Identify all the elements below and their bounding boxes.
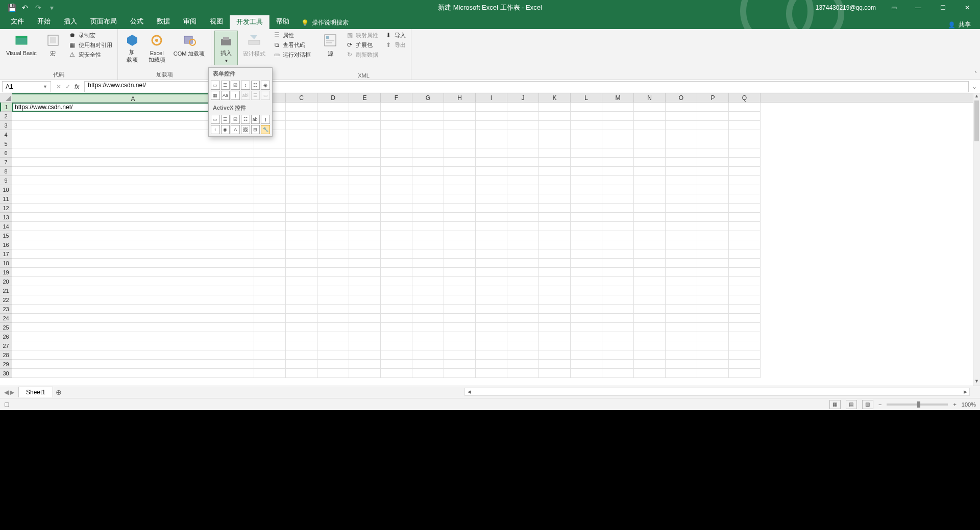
row-header-24[interactable]: 24 [0, 314, 12, 323]
cell-C7[interactable] [286, 158, 317, 167]
column-header-K[interactable]: K [539, 93, 571, 102]
cell-K5[interactable] [539, 139, 571, 148]
cell-D17[interactable] [317, 249, 349, 259]
form-spinner-icon[interactable]: ↕ [241, 81, 250, 90]
cell-J23[interactable] [507, 305, 539, 314]
cell-I1[interactable] [476, 103, 507, 112]
cell-L5[interactable] [571, 139, 602, 148]
cell-M13[interactable] [602, 213, 634, 222]
cell-L13[interactable] [571, 213, 602, 222]
cell-O28[interactable] [666, 350, 697, 360]
cell-C21[interactable] [286, 286, 317, 295]
cell-L23[interactable] [571, 305, 602, 314]
cell-F29[interactable] [381, 360, 412, 369]
select-all-button[interactable] [0, 93, 12, 103]
cell-F11[interactable] [381, 194, 412, 204]
cell-E1[interactable] [349, 103, 381, 112]
cell-G15[interactable] [412, 231, 444, 240]
cell-Q7[interactable] [729, 158, 761, 167]
cell-N7[interactable] [634, 158, 666, 167]
cell-J26[interactable] [507, 332, 539, 341]
cell-Q24[interactable] [729, 314, 761, 323]
cell-N22[interactable] [634, 295, 666, 305]
column-header-F[interactable]: F [381, 93, 412, 102]
cell-C25[interactable] [286, 323, 317, 332]
cell-C2[interactable] [286, 112, 317, 121]
cell-D23[interactable] [317, 305, 349, 314]
ax-more-controls-icon[interactable]: 🔧 [261, 125, 270, 134]
cell-G7[interactable] [412, 158, 444, 167]
cell-M17[interactable] [602, 249, 634, 259]
cell-O27[interactable] [666, 341, 697, 350]
row-header-11[interactable]: 11 [0, 194, 12, 204]
cell-K29[interactable] [539, 360, 571, 369]
cell-Q1[interactable] [729, 103, 761, 112]
cell-Q21[interactable] [729, 286, 761, 295]
cell-O8[interactable] [666, 167, 697, 176]
cell-M25[interactable] [602, 323, 634, 332]
row-header-5[interactable]: 5 [0, 139, 12, 148]
row-header-22[interactable]: 22 [0, 295, 12, 305]
cell-K13[interactable] [539, 213, 571, 222]
tab-view[interactable]: 视图 [203, 14, 230, 29]
cell-L1[interactable] [571, 103, 602, 112]
cell-G19[interactable] [412, 268, 444, 277]
cell-D30[interactable] [317, 369, 349, 378]
cell-O10[interactable] [666, 185, 697, 194]
row-header-3[interactable]: 3 [0, 121, 12, 130]
cell-A14[interactable] [12, 222, 254, 231]
cell-J6[interactable] [507, 148, 539, 158]
cell-C27[interactable] [286, 341, 317, 350]
ax-spinbutton-icon[interactable]: ↕ [211, 125, 220, 134]
cell-B18[interactable] [254, 259, 286, 268]
cell-L22[interactable] [571, 295, 602, 305]
tab-review[interactable]: 审阅 [177, 14, 203, 29]
cell-G29[interactable] [412, 360, 444, 369]
cell-F3[interactable] [381, 121, 412, 130]
cell-I15[interactable] [476, 231, 507, 240]
cell-E23[interactable] [349, 305, 381, 314]
row-header-23[interactable]: 23 [0, 305, 12, 314]
cell-A11[interactable] [12, 194, 254, 204]
cell-G9[interactable] [412, 176, 444, 185]
cell-E3[interactable] [349, 121, 381, 130]
cell-N20[interactable] [634, 277, 666, 286]
row-header-13[interactable]: 13 [0, 213, 12, 222]
cell-E21[interactable] [349, 286, 381, 295]
cell-I18[interactable] [476, 259, 507, 268]
cell-C22[interactable] [286, 295, 317, 305]
expansion-packs-button[interactable]: ⟳扩展包 [344, 40, 380, 49]
cell-C15[interactable] [286, 231, 317, 240]
cell-I7[interactable] [476, 158, 507, 167]
cell-M28[interactable] [602, 350, 634, 360]
cell-H6[interactable] [444, 148, 476, 158]
cell-C6[interactable] [286, 148, 317, 158]
cell-H19[interactable] [444, 268, 476, 277]
cell-L14[interactable] [571, 222, 602, 231]
cell-K7[interactable] [539, 158, 571, 167]
row-header-6[interactable]: 6 [0, 148, 12, 158]
cell-M7[interactable] [602, 158, 634, 167]
cell-E4[interactable] [349, 130, 381, 139]
row-header-26[interactable]: 26 [0, 332, 12, 341]
cell-M9[interactable] [602, 176, 634, 185]
cell-F27[interactable] [381, 341, 412, 350]
zoom-thumb[interactable] [917, 401, 920, 408]
cell-E12[interactable] [349, 204, 381, 213]
cell-D16[interactable] [317, 240, 349, 249]
cell-E14[interactable] [349, 222, 381, 231]
cell-Q3[interactable] [729, 121, 761, 130]
row-header-27[interactable]: 27 [0, 341, 12, 350]
cell-P3[interactable] [697, 121, 729, 130]
cell-C1[interactable] [286, 103, 317, 112]
cell-F20[interactable] [381, 277, 412, 286]
cell-G21[interactable] [412, 286, 444, 295]
cell-N18[interactable] [634, 259, 666, 268]
column-header-L[interactable]: L [571, 93, 602, 102]
cell-D13[interactable] [317, 213, 349, 222]
scroll-left-icon[interactable]: ◀ [465, 389, 473, 394]
cell-A13[interactable] [12, 213, 254, 222]
cell-P15[interactable] [697, 231, 729, 240]
cell-A10[interactable] [12, 185, 254, 194]
cell-F21[interactable] [381, 286, 412, 295]
